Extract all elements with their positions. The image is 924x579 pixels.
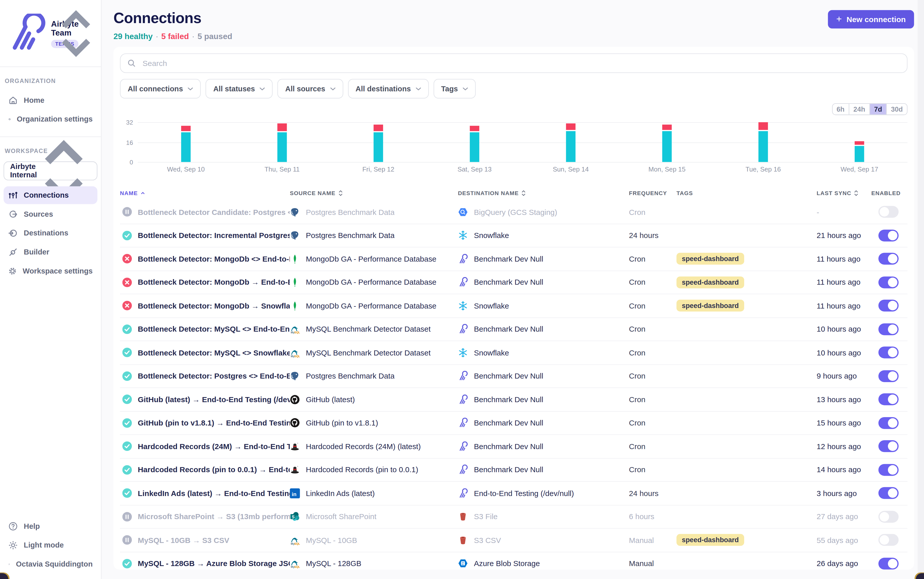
table-row[interactable]: Bottleneck Detector: Postgres <> End-to-… xyxy=(120,365,908,388)
enabled-toggle[interactable] xyxy=(878,417,899,429)
enabled-toggle[interactable] xyxy=(878,253,899,265)
enabled-toggle[interactable] xyxy=(878,394,899,406)
chart-bar[interactable] xyxy=(566,124,575,162)
enabled-toggle[interactable] xyxy=(878,558,899,569)
tag-speed-dashboard[interactable]: speed-dashboard xyxy=(676,276,744,288)
status-paused-icon xyxy=(122,207,132,217)
tag-speed-dashboard[interactable]: speed-dashboard xyxy=(676,534,744,546)
enabled-toggle[interactable] xyxy=(878,370,899,382)
chart-bar[interactable] xyxy=(374,125,383,162)
table-row[interactable]: Bottleneck Detector Candidate: Postgres … xyxy=(120,200,908,224)
table-row[interactable]: Bottleneck Detector: MongoDb → Snowflake… xyxy=(120,294,908,318)
success-segment xyxy=(566,131,575,162)
last-sync: 14 hours ago xyxy=(817,465,871,474)
enabled-toggle[interactable] xyxy=(878,534,899,546)
table-row[interactable]: Microsoft SharePoint → S3 (13mb performa… xyxy=(120,505,908,528)
org-switcher[interactable]: Airbyte Team TEAMS xyxy=(0,0,101,67)
time-range-6h[interactable]: 6h xyxy=(832,104,849,114)
destination-name: End-to-End Testing (/dev/null) xyxy=(474,489,574,497)
table-row[interactable]: Hardcoded Records (pin to 0.0.1) → End-t… xyxy=(120,458,908,482)
status-success-icon xyxy=(122,418,132,427)
table-row[interactable]: Bottleneck Detector: Incremental Postgre… xyxy=(120,224,908,247)
filter-all-statuses[interactable]: All statuses xyxy=(205,79,273,98)
table-row[interactable]: Bottleneck Detector: MongoDb <> End-to-E… xyxy=(120,247,908,271)
airbyte-icon xyxy=(458,371,468,381)
chart-bar[interactable] xyxy=(758,122,768,162)
last-sync: 12 hours ago xyxy=(817,442,871,451)
table-row[interactable]: LinkedIn Ads (latest) → End-to-End Testi… xyxy=(120,482,908,505)
filter-tags[interactable]: Tags xyxy=(433,79,476,98)
toggle-knob xyxy=(888,418,897,427)
enabled-toggle[interactable] xyxy=(878,300,899,312)
chart-bar[interactable] xyxy=(662,125,671,162)
column-header-frequency[interactable]: FREQUENCY xyxy=(629,190,676,196)
success-segment xyxy=(277,132,287,162)
filter-all-connections[interactable]: All connections xyxy=(120,79,201,98)
table-row[interactable]: GitHub (latest) → End-to-End Testing (/d… xyxy=(120,388,908,411)
last-sync: 26 days ago xyxy=(817,559,871,568)
workspace-selector[interactable]: Airbyte Internal xyxy=(3,161,97,180)
tag-speed-dashboard[interactable]: speed-dashboard xyxy=(676,253,744,265)
filter-all-destinations[interactable]: All destinations xyxy=(348,79,428,98)
y-tick-label: 0 xyxy=(130,158,133,165)
time-range-30d[interactable]: 30d xyxy=(886,104,907,114)
time-range-7d[interactable]: 7d xyxy=(870,104,886,114)
table-row[interactable]: GitHub (pin to v1.8.1) → End-to-End Test… xyxy=(120,412,908,435)
column-header-last-sync[interactable]: LAST SYNC xyxy=(817,190,871,196)
table-row[interactable]: MySQL - 128GB → Azure Blob Storage JSOn … xyxy=(120,552,908,569)
sidebar-item-help[interactable]: Help xyxy=(3,517,97,535)
column-header-enabled[interactable]: ENABLED xyxy=(871,190,908,196)
sidebar-item-octavia-squiddington[interactable]: Octavia Squiddington xyxy=(3,555,97,573)
failed-segment xyxy=(855,141,864,145)
filter-bar: All connectionsAll statusesAll sourcesAl… xyxy=(120,79,908,98)
table-row[interactable]: Bottleneck Detector: MongoDb → End-to-En… xyxy=(120,271,908,294)
sidebar-item-connections[interactable]: Connections xyxy=(3,186,97,204)
enabled-toggle[interactable] xyxy=(878,464,899,476)
table-row[interactable]: Hardcoded Records (24M) → End-to-End Te.… xyxy=(120,435,908,458)
status-success-icon xyxy=(122,324,132,334)
failed-segment xyxy=(277,124,287,131)
sidebar-item-label: Home xyxy=(24,96,44,105)
scrollbar-track[interactable] xyxy=(917,0,924,579)
tag-speed-dashboard[interactable]: speed-dashboard xyxy=(676,300,744,312)
table-row[interactable]: Bottleneck Detector: MySQL <> SnowflakeM… xyxy=(120,341,908,365)
sortboth-icon xyxy=(854,190,858,196)
airbyte-logo-icon xyxy=(6,13,46,54)
sidebar-item-destinations[interactable]: Destinations xyxy=(3,224,97,242)
chart-bar[interactable] xyxy=(277,124,287,162)
enabled-toggle[interactable] xyxy=(878,323,899,335)
enabled-toggle[interactable] xyxy=(878,206,899,218)
chart-bar[interactable] xyxy=(855,141,864,162)
success-segment xyxy=(855,146,864,162)
column-header-source-name[interactable]: SOURCE NAME xyxy=(290,190,458,196)
sidebar-item-sources[interactable]: Sources xyxy=(3,206,97,223)
enabled-toggle[interactable] xyxy=(878,511,899,523)
new-connection-button[interactable]: + New connection xyxy=(828,10,914,28)
enabled-toggle[interactable] xyxy=(878,440,899,452)
enabled-toggle[interactable] xyxy=(878,276,899,288)
chart-bar[interactable] xyxy=(470,126,479,162)
column-header-destination-name[interactable]: DESTINATION NAME xyxy=(458,190,629,196)
column-header-tags[interactable]: TAGS xyxy=(676,190,817,196)
enabled-toggle[interactable] xyxy=(878,229,899,241)
connection-name: Bottleneck Detector: MongoDb → End-to-En… xyxy=(138,278,290,287)
sidebar-item-organization-settings[interactable]: Organization settings xyxy=(3,110,97,128)
table-row[interactable]: Bottleneck Detector: MySQL <> End-to-End… xyxy=(120,318,908,341)
frequency: Cron xyxy=(629,465,676,474)
sidebar-item-workspace-settings[interactable]: Workspace settings xyxy=(3,262,97,280)
sidebar-item-home[interactable]: Home xyxy=(3,92,97,110)
enabled-toggle[interactable] xyxy=(878,487,899,499)
connection-name: MySQL - 128GB → Azure Blob Storage JSOn … xyxy=(138,559,290,568)
table-row[interactable]: MySQL - 10GB → S3 CSVMySQLMySQL - 10GBS3… xyxy=(120,529,908,552)
search-input[interactable] xyxy=(141,58,900,68)
column-header-name[interactable]: NAME xyxy=(120,190,290,196)
failed-segment xyxy=(662,125,671,130)
sidebar-item-light-mode[interactable]: Light mode xyxy=(3,536,97,554)
frequency: Cron xyxy=(629,278,676,287)
time-range-24h[interactable]: 24h xyxy=(849,104,869,114)
chart-bar[interactable] xyxy=(181,126,190,162)
enabled-toggle[interactable] xyxy=(878,347,899,358)
filter-all-sources[interactable]: All sources xyxy=(277,79,343,98)
x-tick-label: Mon, Sep 15 xyxy=(619,165,715,173)
sidebar-item-builder[interactable]: Builder xyxy=(3,243,97,261)
